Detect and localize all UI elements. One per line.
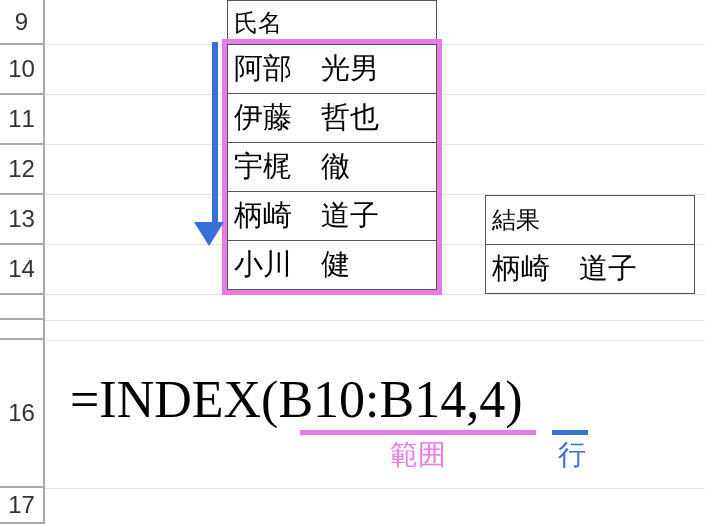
cell-text: 小川 健 xyxy=(234,245,350,285)
row-header-trunc2[interactable] xyxy=(0,320,45,340)
cell-header-name[interactable]: 氏名 xyxy=(227,0,437,45)
cell-name-4[interactable]: 小川 健 xyxy=(227,240,437,290)
cell-result-label[interactable]: 結果 xyxy=(485,195,695,245)
row-header-11[interactable]: 11 xyxy=(0,95,45,145)
row-num: 9 xyxy=(15,8,28,36)
row-num: 14 xyxy=(8,255,35,283)
range-underline xyxy=(300,430,536,435)
row-header-12[interactable]: 12 xyxy=(0,145,45,195)
row-num: 13 xyxy=(8,205,35,233)
cell-text: 阿部 光男 xyxy=(234,49,379,89)
row-underline xyxy=(552,430,588,435)
cell-text: 伊藤 哲也 xyxy=(234,98,379,138)
cell-name-3[interactable]: 柄崎 道子 xyxy=(227,191,437,241)
cell-name-2[interactable]: 宇梶 徹 xyxy=(227,142,437,192)
row-header-16[interactable]: 16 xyxy=(0,340,45,488)
cell-result-value[interactable]: 柄崎 道子 xyxy=(485,244,695,294)
row-num: 10 xyxy=(8,55,35,83)
row-header-17[interactable]: 17 xyxy=(0,488,45,524)
cell-text: 宇梶 徹 xyxy=(234,147,350,187)
cell-text: 柄崎 道子 xyxy=(234,196,379,236)
row-num: 16 xyxy=(8,399,35,427)
row-header-trunc[interactable] xyxy=(0,295,45,320)
result-label: 結果 xyxy=(492,204,540,236)
result-value: 柄崎 道子 xyxy=(492,249,637,289)
row-header-9[interactable]: 9 xyxy=(0,0,45,45)
header-label: 氏名 xyxy=(234,7,282,39)
cell-name-1[interactable]: 伊藤 哲也 xyxy=(227,93,437,143)
cell-name-0[interactable]: 阿部 光男 xyxy=(227,44,437,94)
row-header-14[interactable]: 14 xyxy=(0,245,45,295)
formula-content: =INDEX(B10:B14,4) xyxy=(70,371,523,428)
range-label: 範囲 xyxy=(390,436,446,474)
row-label: 行 xyxy=(558,436,586,474)
row-num: 17 xyxy=(8,491,35,519)
row-num: 11 xyxy=(8,105,35,133)
formula-text[interactable]: =INDEX(B10:B14,4) xyxy=(70,370,523,429)
row-num: 12 xyxy=(8,155,35,183)
row-header-13[interactable]: 13 xyxy=(0,195,45,245)
row-header-10[interactable]: 10 xyxy=(0,45,45,95)
